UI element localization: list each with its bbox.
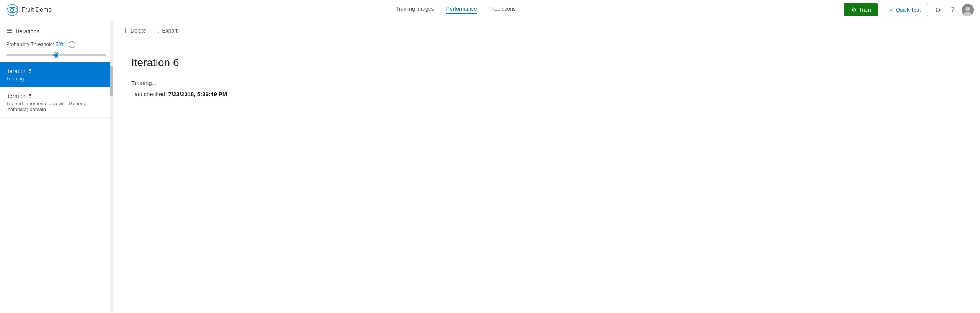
svg-point-5	[965, 7, 970, 11]
iteration-5-name: Iteration 5	[6, 93, 106, 99]
training-status: Training...	[131, 80, 962, 86]
app-title: Fruit Demo	[21, 7, 52, 13]
last-checked-line: Last checked: 7/23/2018, 5:36:49 PM	[131, 91, 962, 97]
iterations-title: Iterations	[16, 28, 40, 34]
train-button[interactable]: ⚙ Train	[844, 3, 877, 16]
export-label: Export	[162, 28, 177, 34]
quick-test-button[interactable]: ✓ Quick Test	[882, 4, 928, 16]
svg-rect-9	[7, 32, 12, 33]
header-actions: ⚙ Train ✓ Quick Test ⚙ ?	[844, 3, 974, 16]
app-logo-icon	[6, 4, 18, 16]
threshold-label: Probability Threshold: 50% i	[6, 41, 106, 48]
delete-label: Delete	[131, 28, 146, 34]
last-checked-value: 7/23/2018, 5:36:49 PM	[168, 91, 227, 97]
iteration-5-status: Trained : moments ago with General (comp…	[6, 101, 106, 112]
delete-icon: 🗑	[123, 28, 128, 34]
layers-icon	[6, 27, 13, 35]
help-button[interactable]: ?	[948, 4, 958, 15]
threshold-info-icon[interactable]: i	[69, 41, 75, 48]
threshold-value: 50%	[56, 41, 65, 47]
avatar-icon	[962, 4, 974, 16]
last-checked-prefix: Last checked:	[131, 91, 167, 97]
nav-training-images[interactable]: Training Images	[396, 6, 434, 14]
iteration-6-status: Training...	[6, 76, 106, 82]
export-icon: ↓	[157, 27, 160, 34]
main-layout: Iterations Probability Threshold: 50% i …	[0, 20, 980, 313]
main-nav: Training Images Performance Predictions	[67, 6, 844, 14]
threshold-slider[interactable]	[6, 54, 106, 56]
header: Fruit Demo Training Images Performance P…	[0, 0, 980, 20]
settings-icon: ⚙	[935, 6, 941, 14]
sidebar: Iterations Probability Threshold: 50% i …	[0, 20, 113, 313]
iteration-detail-title: Iteration 6	[131, 57, 962, 69]
content-toolbar: 🗑 Delete ↓ Export	[113, 20, 980, 41]
content-area: 🗑 Delete ↓ Export Iteration 6 Training..…	[113, 20, 980, 313]
export-button[interactable]: ↓ Export	[156, 26, 178, 36]
svg-point-3	[11, 9, 13, 11]
iteration-6-name: Iteration 6	[6, 68, 106, 74]
threshold-section: Probability Threshold: 50% i	[0, 39, 113, 62]
train-label: Train	[859, 7, 871, 13]
train-gear-icon: ⚙	[851, 6, 856, 13]
iteration-6-item[interactable]: Iteration 6 Training...	[0, 62, 113, 87]
quick-test-label: Quick Test	[896, 7, 921, 13]
content-body: Iteration 6 Training... Last checked: 7/…	[113, 41, 980, 112]
scrollbar-thumb[interactable]	[110, 66, 113, 96]
iteration-5-item[interactable]: Iteration 5 Trained : moments ago with G…	[0, 87, 113, 118]
svg-rect-7	[7, 29, 12, 30]
checkmark-icon: ✓	[889, 7, 893, 13]
delete-button[interactable]: 🗑 Delete	[122, 26, 147, 35]
help-icon: ?	[951, 6, 955, 14]
sidebar-header: Iterations	[0, 20, 113, 39]
user-avatar[interactable]	[962, 4, 974, 16]
nav-performance[interactable]: Performance	[446, 6, 477, 14]
settings-button[interactable]: ⚙	[932, 4, 944, 16]
nav-predictions[interactable]: Predictions	[489, 6, 516, 14]
logo-area: Fruit Demo	[6, 4, 52, 16]
scrollbar-track	[110, 20, 113, 313]
svg-rect-8	[7, 30, 12, 31]
